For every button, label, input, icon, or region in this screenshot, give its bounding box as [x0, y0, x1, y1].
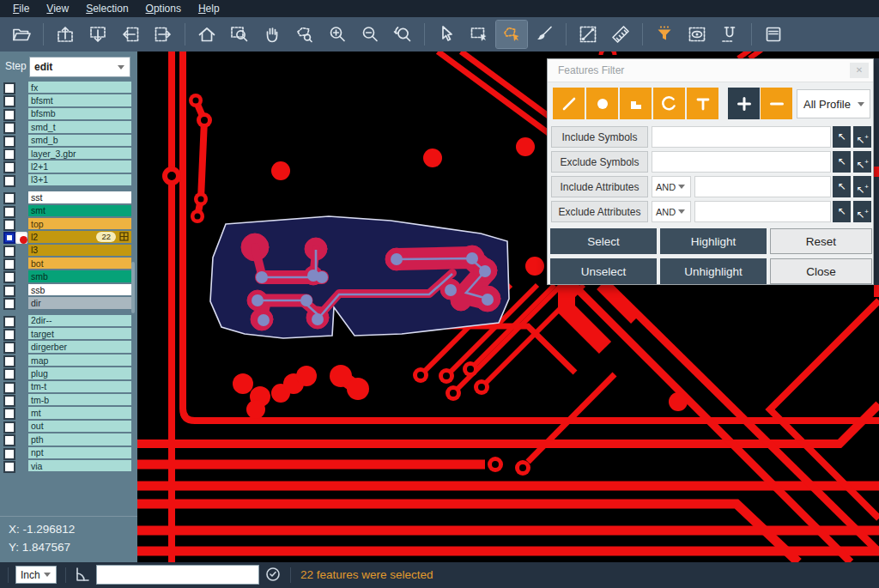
- layer-label[interactable]: 2dir--: [28, 315, 52, 325]
- include-symbols-input[interactable]: [652, 126, 831, 148]
- measure-ruler-button[interactable]: [605, 21, 636, 48]
- pick-symbol-button[interactable]: ↖: [833, 151, 851, 173]
- layer-visibility-checkbox[interactable]: [3, 368, 15, 380]
- exclude-symbols-input[interactable]: [652, 151, 831, 173]
- layer-label[interactable]: l2: [28, 232, 38, 242]
- snap-magnet-button[interactable]: [714, 21, 745, 48]
- include-attributes-operator-select[interactable]: AND: [652, 176, 691, 197]
- layer-visibility-checkbox[interactable]: [3, 82, 15, 94]
- highlight-button[interactable]: Highlight: [660, 228, 767, 254]
- zoom-previous-button[interactable]: [387, 21, 418, 48]
- layer-row[interactable]: dir: [0, 297, 137, 310]
- layer-label[interactable]: npt: [28, 447, 44, 458]
- layer-label[interactable]: target: [28, 329, 54, 339]
- dialog-close-button[interactable]: ✕: [850, 63, 869, 78]
- pick-symbol-button[interactable]: ↖: [833, 126, 851, 148]
- pan-down-button[interactable]: [82, 21, 113, 48]
- zoom-window-button[interactable]: [224, 21, 255, 48]
- unhighlight-button[interactable]: Unhighlight: [660, 258, 767, 284]
- zoom-in-button[interactable]: [322, 21, 353, 48]
- layer-row[interactable]: l2+1: [0, 161, 137, 173]
- layer-label[interactable]: bot: [28, 258, 44, 269]
- home-view-button[interactable]: [191, 21, 222, 48]
- dialog-header[interactable]: Features Filter ✕: [548, 59, 873, 82]
- layer-visibility-checkbox[interactable]: [3, 122, 15, 134]
- layer-label[interactable]: bfsmb: [28, 108, 56, 118]
- layer-visibility-checkbox[interactable]: [3, 206, 15, 218]
- pick-attribute-button[interactable]: ↖: [833, 201, 851, 222]
- layer-visibility-checkbox[interactable]: [3, 448, 15, 460]
- line-feature-button[interactable]: [553, 88, 585, 119]
- command-input[interactable]: [96, 565, 259, 585]
- pick-add-attribute-button[interactable]: ↖+: [853, 176, 871, 197]
- menu-options[interactable]: Options: [138, 1, 189, 16]
- pick-add-symbol-button[interactable]: ↖+: [853, 151, 871, 173]
- pan-hand-button[interactable]: [257, 21, 288, 48]
- refresh-check-icon[interactable]: [264, 566, 282, 586]
- view-options-button[interactable]: [682, 21, 712, 48]
- layer-label[interactable]: smb: [28, 271, 48, 282]
- layer-visibility-checkbox[interactable]: [3, 329, 15, 341]
- layer-row[interactable]: plug: [0, 367, 137, 380]
- layer-row[interactable]: ssb: [0, 284, 137, 297]
- select-button[interactable]: Select: [550, 228, 657, 254]
- layer-row[interactable]: layer_3.gbr: [0, 148, 137, 161]
- unselect-button[interactable]: Unselect: [550, 258, 657, 284]
- layer-visibility-checkbox[interactable]: [3, 461, 15, 473]
- layer-row[interactable]: smd_t: [0, 121, 137, 134]
- exclude-attributes-button[interactable]: Exclude Attributes: [551, 201, 648, 222]
- measure-distance-button[interactable]: [573, 21, 603, 48]
- layer-row[interactable]: dirgerber: [0, 341, 137, 354]
- pad-feature-button[interactable]: [586, 88, 618, 119]
- layer-row[interactable]: sst: [0, 191, 137, 204]
- surface-feature-button[interactable]: [620, 88, 652, 119]
- layer-row[interactable]: npt: [0, 447, 137, 460]
- layer-row[interactable]: target: [0, 328, 137, 341]
- pick-attribute-button[interactable]: ↖: [833, 176, 851, 197]
- layer-row[interactable]: smt: [0, 205, 137, 218]
- layer-visibility-checkbox[interactable]: [3, 219, 15, 231]
- layer-label[interactable]: bfsmt: [28, 95, 53, 106]
- layer-row[interactable]: bfsmt: [0, 94, 137, 107]
- layer-visibility-checkbox[interactable]: [3, 232, 15, 244]
- layer-label[interactable]: map: [28, 355, 48, 366]
- include-symbols-button[interactable]: Include Symbols: [551, 126, 648, 148]
- layer-visibility-checkbox[interactable]: [3, 298, 15, 310]
- layer-visibility-checkbox[interactable]: [3, 109, 15, 121]
- layer-list-scrollbar[interactable]: [131, 262, 135, 313]
- layer-row[interactable]: pth: [0, 433, 137, 446]
- layer-row[interactable]: via: [0, 460, 137, 473]
- step-select[interactable]: edit: [29, 57, 130, 77]
- layer-visibility-checkbox[interactable]: [3, 285, 15, 297]
- layer-panel-button[interactable]: [758, 21, 789, 48]
- zoom-out-button[interactable]: [355, 21, 385, 48]
- layer-visibility-checkbox[interactable]: [3, 149, 15, 161]
- layer-label[interactable]: smd_b: [28, 135, 58, 145]
- text-feature-button[interactable]: [687, 88, 718, 119]
- menu-view[interactable]: View: [39, 1, 76, 16]
- angle-measure-icon[interactable]: [74, 566, 91, 586]
- layer-row[interactable]: l3: [0, 245, 137, 258]
- layer-row[interactable]: fx: [0, 82, 137, 94]
- layer-row[interactable]: tm-b: [0, 394, 137, 407]
- pan-right-button[interactable]: [148, 21, 179, 48]
- layer-visibility-checkbox[interactable]: [3, 382, 15, 394]
- layer-visibility-checkbox[interactable]: [3, 192, 15, 204]
- layer-row[interactable]: map: [0, 355, 137, 367]
- menu-file[interactable]: File: [5, 1, 37, 16]
- layer-visibility-checkbox[interactable]: [3, 421, 15, 433]
- layer-label[interactable]: tm-b: [28, 395, 49, 405]
- reset-button[interactable]: Reset: [770, 228, 872, 254]
- layer-visibility-checkbox[interactable]: [3, 136, 15, 148]
- exclude-attributes-input[interactable]: [694, 201, 831, 222]
- layer-row[interactable]: 2dir--: [0, 315, 137, 328]
- layer-visibility-checkbox[interactable]: [3, 95, 15, 107]
- pan-left-button[interactable]: [115, 21, 146, 48]
- pan-up-button[interactable]: [50, 21, 81, 48]
- layer-visibility-checkbox[interactable]: [3, 175, 15, 187]
- layer-label[interactable]: via: [28, 461, 42, 471]
- zoom-polygon-button[interactable]: [289, 21, 320, 48]
- layer-visibility-checkbox[interactable]: [3, 316, 15, 328]
- layer-label[interactable]: sst: [28, 192, 42, 203]
- layer-visibility-checkbox[interactable]: [3, 161, 15, 173]
